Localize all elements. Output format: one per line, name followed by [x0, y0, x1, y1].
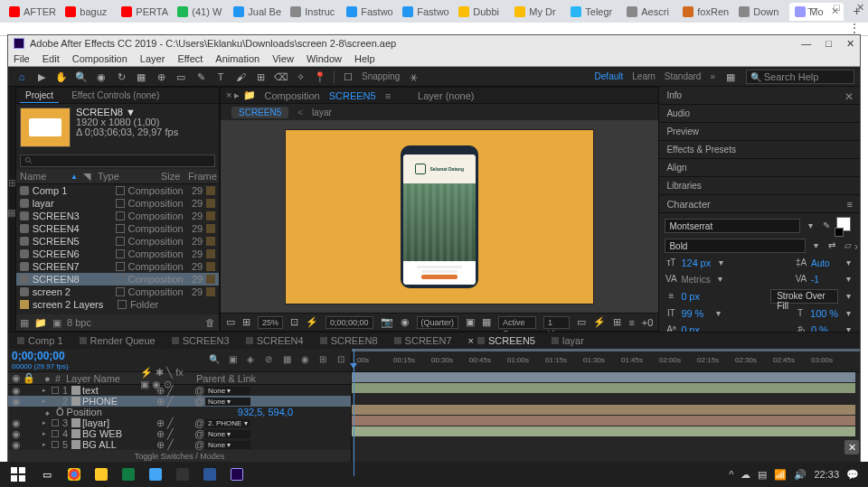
- draft3d-icon[interactable]: ◈: [244, 354, 257, 367]
- col-parent[interactable]: Parent & Link: [196, 373, 347, 384]
- timecode-display[interactable]: 0;00;00;00: [326, 316, 373, 329]
- search-help-input[interactable]: 🔍 Search Help: [746, 70, 854, 84]
- kerning-select[interactable]: Metrics: [681, 275, 710, 285]
- tray-network-icon[interactable]: ▤: [758, 469, 767, 481]
- dropdown-arrow-icon[interactable]: ▾: [809, 239, 822, 252]
- playhead[interactable]: [354, 349, 354, 476]
- panel-effects-presets[interactable]: Effects & Presets: [659, 141, 860, 159]
- layer-bar[interactable]: [352, 416, 855, 426]
- maximize-icon[interactable]: □: [834, 2, 840, 14]
- menu-animation[interactable]: Animation: [215, 53, 259, 64]
- snapping-label[interactable]: Snapping: [362, 71, 400, 81]
- graph-editor-icon[interactable]: ⊞: [316, 354, 329, 367]
- chrome-menu-icon[interactable]: ⋮: [848, 23, 861, 33]
- label-color[interactable]: [116, 287, 125, 296]
- baseline-value[interactable]: 0 px: [681, 324, 708, 332]
- resolution-select[interactable]: (Quarter): [417, 316, 459, 329]
- fast-preview-icon[interactable]: ⚡: [593, 316, 606, 328]
- roi-icon[interactable]: ▣: [466, 316, 475, 328]
- grid-icon[interactable]: ⊞: [242, 316, 250, 328]
- tsume-value[interactable]: 0 %: [811, 324, 838, 332]
- magnify-icon[interactable]: ▭: [226, 316, 235, 328]
- panel-close-icon[interactable]: ✕: [842, 90, 856, 105]
- tray-chevron-icon[interactable]: ^: [729, 469, 733, 480]
- roto-tool-icon[interactable]: ✧: [294, 70, 307, 83]
- timeline-ruler[interactable]: :00s00:15s00:30s00:45s01:00s01:15s01:30s…: [352, 349, 860, 372]
- pixel-aspect-icon[interactable]: ▭: [577, 316, 586, 328]
- parent-select[interactable]: 2. PHONE ▾: [205, 419, 250, 427]
- workspace-standard[interactable]: Standard: [665, 71, 702, 81]
- track[interactable]: [352, 416, 860, 426]
- browser-tab[interactable]: baguz: [60, 3, 114, 21]
- col-layer-name[interactable]: Layer Name: [66, 373, 138, 384]
- menu-edit[interactable]: Edit: [42, 53, 60, 64]
- project-item[interactable]: SCREEN5Composition29: [16, 235, 219, 248]
- home-icon[interactable]: ⌂: [15, 70, 28, 83]
- composition-viewer[interactable]: Selamat Datang: [221, 120, 658, 313]
- new-folder-icon[interactable]: 📁: [34, 317, 47, 329]
- browser-tab[interactable]: Telegr: [565, 3, 619, 21]
- zoom-tool-icon[interactable]: 🔍: [75, 70, 88, 83]
- taskbar-app[interactable]: [170, 464, 195, 485]
- browser-tab[interactable]: Fastwo: [341, 3, 395, 21]
- timeline-tab[interactable]: SCREEN8: [316, 335, 382, 346]
- exposure-icon[interactable]: +0: [642, 317, 654, 328]
- col-type[interactable]: Type: [98, 171, 156, 182]
- timeline-tab[interactable]: Comp 1: [14, 335, 67, 346]
- current-timecode[interactable]: 0;00;00;00: [12, 350, 69, 362]
- tray-clock[interactable]: 22:33: [814, 469, 839, 480]
- tray-notifications-icon[interactable]: 💬: [846, 469, 859, 481]
- tracking-value[interactable]: -1: [811, 275, 838, 285]
- layer-bar[interactable]: [352, 383, 855, 393]
- start-button[interactable]: [4, 464, 33, 485]
- trash-icon[interactable]: 🗑: [205, 317, 215, 328]
- interpret-icon[interactable]: ▦: [20, 317, 29, 329]
- frame-blend-icon[interactable]: ▦: [280, 354, 293, 367]
- resolution-icon[interactable]: ⊡: [290, 316, 298, 328]
- panel-preview[interactable]: Preview: [659, 123, 860, 141]
- parent-select[interactable]: None ▾: [205, 430, 250, 438]
- label-color[interactable]: [116, 237, 125, 246]
- col-frame[interactable]: Frame: [188, 171, 215, 182]
- timeline-layer[interactable]: ◉▸4BG WEB⊕ ╱@None ▾: [8, 428, 351, 439]
- camera-select[interactable]: Active Camera: [498, 316, 536, 329]
- project-item[interactable]: screen 2Composition29: [16, 286, 219, 298]
- font-size-value[interactable]: 124 px: [681, 258, 711, 268]
- toolbar-extra-icon[interactable]: ▦: [724, 70, 737, 83]
- vscale-value[interactable]: 99 %: [681, 308, 708, 319]
- hide-shy-icon[interactable]: ⊘: [262, 354, 275, 367]
- minimize-icon[interactable]: —: [807, 2, 817, 14]
- hand-tool-icon[interactable]: ✋: [55, 70, 68, 83]
- fast-preview-icon[interactable]: ⚡: [306, 316, 318, 328]
- label-color[interactable]: [116, 186, 125, 195]
- taskbar-app[interactable]: [143, 464, 168, 485]
- character-panel-title[interactable]: Character: [666, 199, 710, 209]
- type-tool-icon[interactable]: T: [214, 70, 227, 83]
- view-layout-select[interactable]: 1 View: [543, 316, 570, 329]
- timeline-layer[interactable]: ◉▸5BG ALL⊕ ╱@None ▾: [8, 439, 351, 450]
- tab-effect-controls[interactable]: Effect Controls (none): [66, 89, 165, 103]
- sort-arrow-icon[interactable]: ▲: [71, 173, 78, 181]
- timeline-tab[interactable]: SCREEN3: [168, 335, 233, 346]
- new-comp-icon[interactable]: ▣: [52, 317, 61, 329]
- eraser-tool-icon[interactable]: ⌫: [274, 70, 287, 83]
- timeline-layer[interactable]: ◉▸2PHONE⊕ ╱@None ▾: [8, 396, 351, 407]
- clone-tool-icon[interactable]: ⊞: [254, 70, 267, 83]
- timeline-icon[interactable]: ⊞: [613, 316, 621, 328]
- track[interactable]: [352, 426, 860, 437]
- snapshot-icon[interactable]: 📷: [381, 316, 393, 328]
- browser-tab[interactable]: Aescri: [621, 3, 675, 21]
- layer-bar[interactable]: [352, 372, 855, 382]
- tray-wifi-icon[interactable]: 📶: [774, 469, 787, 481]
- panel-audio[interactable]: Audio: [659, 105, 860, 123]
- pan-behind-icon[interactable]: ⊕: [155, 70, 167, 83]
- dropdown-arrow-icon[interactable]: ▾: [804, 220, 816, 232]
- timeline-tab[interactable]: SCREEN4: [242, 335, 307, 346]
- layer-bar[interactable]: [352, 426, 855, 436]
- comp-mini-icon[interactable]: ▣: [226, 354, 239, 367]
- browser-tab[interactable]: Down: [733, 3, 788, 21]
- leading-value[interactable]: Auto: [811, 258, 838, 268]
- timeline-layer[interactable]: ◉▸1text⊕ ╱@None ▾: [8, 385, 351, 396]
- browser-tab[interactable]: Jual Be: [228, 3, 283, 21]
- track[interactable]: [352, 372, 860, 383]
